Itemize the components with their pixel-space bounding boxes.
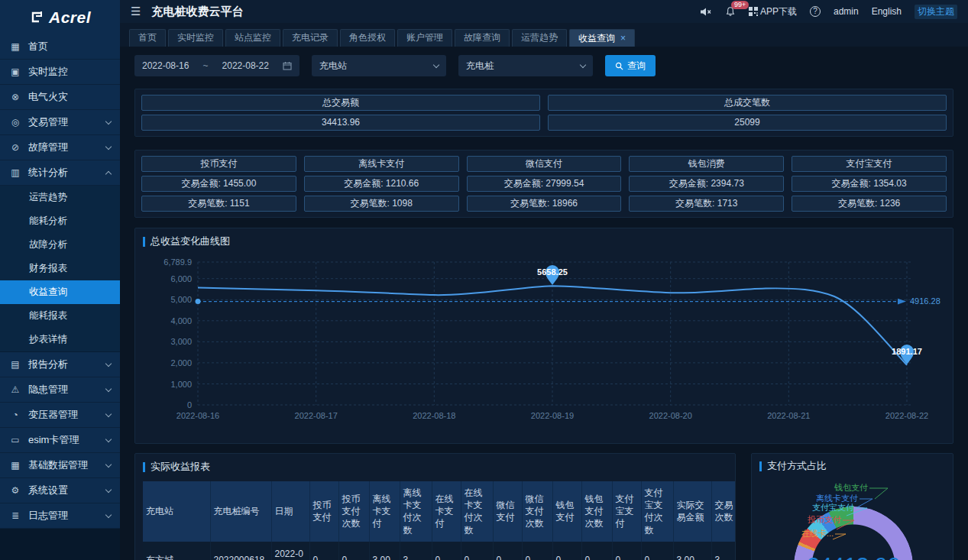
table-header-cell[interactable]: 离线卡支付 (369, 481, 400, 542)
payment-card: 投币支付 交易金额: 1455.00 交易笔数: 1151 (141, 156, 296, 212)
sidebar-item-log-mgmt[interactable]: ≣ 日志管理 (0, 503, 120, 529)
notification-bell-icon[interactable]: 99+ (725, 6, 736, 17)
username[interactable]: admin (834, 6, 859, 17)
min-point-label: 1891.17 (892, 347, 922, 356)
search-icon (615, 62, 623, 70)
language-switch[interactable]: English (872, 6, 902, 17)
sidebar-subitem-energy-report[interactable]: 能耗报表 (0, 304, 120, 328)
tab[interactable]: 首页 (129, 29, 166, 47)
sidebar-item-transformer-mgmt[interactable]: ◔ 变压器管理 (0, 403, 120, 428)
payment-share-donut[interactable] (794, 507, 913, 560)
sidebar-subitem-revenue-query[interactable]: 收益查询 (0, 280, 120, 304)
warning-icon: ⚠ (9, 384, 21, 395)
table-header-cell[interactable]: 微信支付 (493, 481, 522, 542)
payment-card-count: 交易笔数: 1151 (141, 196, 296, 212)
tab-revenue-query-active[interactable]: 收益查询 × (569, 29, 635, 47)
x-tick: 2022-08-18 (413, 411, 455, 420)
sidebar-item-esim-mgmt[interactable]: ▭ esim卡管理 (0, 428, 120, 453)
bar-chart-icon: ▥ (9, 167, 21, 178)
sidebar-subitem-operation-trend[interactable]: 运营趋势 (0, 186, 120, 209)
cell-wallet-count: 0 (581, 542, 612, 560)
total-amount-value: 34413.96 (141, 115, 540, 131)
gear-icon: ⚙ (9, 485, 21, 496)
payment-card-amount: 交易金额: 1455.00 (141, 176, 296, 192)
tab[interactable]: 运营趋势 (512, 29, 567, 47)
mute-icon[interactable] (700, 7, 712, 17)
tab[interactable]: 故障查询 (455, 29, 510, 47)
theme-toggle[interactable]: 切换主题 (915, 5, 957, 19)
table-header-cell[interactable]: 投币支付 (309, 481, 338, 542)
sidebar-item-report-analysis[interactable]: ▤ 报告分析 (0, 352, 120, 377)
cell-pile-no: 2022000618 (210, 542, 271, 560)
tab[interactable]: 充电记录 (283, 29, 338, 47)
sidebar-item-basic-data-mgmt[interactable]: ▦ 基础数据管理 (0, 453, 120, 478)
revenue-line-chart[interactable]: 0 1,000 2,000 3,000 4,000 5,000 6,000 6,… (143, 248, 950, 439)
payment-card: 离线卡支付 交易金额: 1210.66 交易笔数: 1098 (304, 156, 459, 212)
table-header-cell[interactable]: 在线卡支付次数 (461, 481, 493, 542)
table-header-cell[interactable]: 离线卡支付次数 (400, 481, 432, 542)
table-header-row: 充电站 充电桩编号 日期 投币支付 投币支付次数 (143, 481, 736, 542)
tab[interactable]: 站点监控 (225, 29, 280, 47)
app-download-link[interactable]: APP下载 (749, 5, 797, 18)
sidebar-subitem-energy-analysis[interactable]: 能耗分析 (0, 209, 120, 233)
date-range-picker[interactable]: 2022-08-16 ~ 2022-08-22 (134, 55, 299, 76)
table-header-cell[interactable]: 钱包支付次数 (581, 481, 612, 542)
x-tick: 2022-08-17 (295, 411, 338, 420)
sidebar-item-realtime-monitor[interactable]: ▣ 实时监控 (0, 60, 120, 85)
table-header-cell[interactable]: 日期 (271, 481, 309, 542)
sidebar-item-hazard-mgmt[interactable]: ⚠ 隐患管理 (0, 377, 120, 403)
cell-trade-count: 3 (711, 542, 736, 560)
total-count-value: 25099 (548, 115, 947, 131)
sidebar-subitem-financial-report[interactable]: 财务报表 (0, 257, 120, 280)
sidebar-item-fault-mgmt[interactable]: ⊘ 故障管理 (0, 135, 120, 160)
table-header-cell[interactable]: 充电站 (143, 481, 210, 542)
table-header-cell[interactable]: 微信支付次数 (522, 481, 552, 542)
sidebar-item-transaction-mgmt[interactable]: ◎ 交易管理 (0, 110, 120, 135)
close-tab-icon[interactable]: × (620, 31, 626, 47)
page-title: 充电桩收费云平台 (151, 5, 243, 19)
x-tick: 2022-08-16 (176, 411, 219, 420)
query-button[interactable]: 查询 (605, 55, 656, 76)
tab[interactable]: 实时监控 (168, 29, 223, 47)
pile-select[interactable]: 充电桩 (458, 55, 593, 76)
station-select[interactable]: 充电站 (312, 55, 446, 76)
cell-offline-card-pay: 3.00 (369, 542, 400, 560)
sidebar-subitem-meter-detail[interactable]: 抄表详情 (0, 328, 120, 351)
slice-label-offline-card: 离线卡支付 (816, 494, 858, 503)
sim-card-icon: ▭ (9, 435, 21, 445)
date-separator: ~ (202, 60, 208, 71)
sidebar-item-home[interactable]: ▦ 首页 (0, 34, 120, 60)
cell-online-card-count: 0 (461, 542, 493, 560)
payment-share-panel: 支付方式占比 34413.96 钱包支付 (751, 453, 953, 560)
cell-station: 东方城 (143, 542, 210, 560)
table-header-cell[interactable]: 支付宝支付 (612, 481, 641, 542)
chevron-down-icon (105, 486, 112, 492)
slice-label-wallet: 钱包支付 (834, 483, 868, 492)
table-header-cell[interactable]: 实际交易金额 (673, 481, 711, 542)
sidebar-subitem-fault-analysis[interactable]: 故障分析 (0, 233, 120, 257)
table-header-cell[interactable]: 支付宝支付次数 (641, 481, 673, 542)
sidebar-item-electrical-fire[interactable]: ⊗ 电气火灾 (0, 85, 120, 110)
table-header-cell[interactable]: 投币支付次数 (338, 481, 369, 542)
table-header-cell[interactable]: 在线卡支付 (432, 481, 461, 542)
cell-online-card-pay: 0 (432, 542, 461, 560)
tab[interactable]: 账户管理 (397, 29, 452, 47)
cell-coin-count: 0 (338, 542, 369, 560)
help-icon[interactable]: ? (810, 6, 821, 17)
home-icon: ▦ (9, 41, 21, 52)
sidebar-item-system-settings[interactable]: ⚙ 系统设置 (0, 478, 120, 503)
table-header-cell[interactable]: 交易次数 (711, 481, 736, 542)
topbar: ☰ 充电桩收费云平台 99+ APP下载 ? admin English 切换主… (120, 0, 968, 23)
collapse-sidebar-icon[interactable]: ☰ (131, 5, 141, 18)
chevron-down-icon (105, 360, 112, 366)
payment-card-amount: 交易金额: 2394.73 (629, 176, 784, 192)
cell-wechat-pay: 0 (493, 542, 522, 560)
min-point-marker[interactable]: 1891.17 (892, 345, 922, 364)
sidebar-item-statistics[interactable]: ▥ 统计分析 (0, 160, 120, 186)
table-header-cell[interactable]: 充电桩编号 (210, 481, 271, 542)
table-row[interactable]: 东方城 2022000618 2022-08-22 0 0 3.00 3 0 0 (143, 542, 736, 560)
tab[interactable]: 角色授权 (340, 29, 395, 47)
table-header-cell[interactable]: 钱包支付 (552, 481, 581, 542)
max-point-marker[interactable]: 5658.25 (537, 265, 568, 285)
fire-alarm-icon: ⊗ (9, 92, 21, 102)
